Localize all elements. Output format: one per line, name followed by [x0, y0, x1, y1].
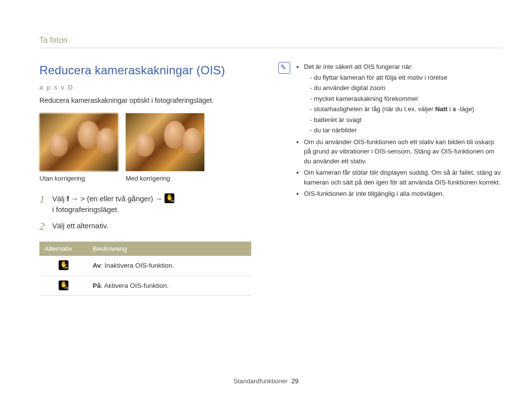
- options-table: Alternativ Beskrivning Av: Inaktivera OI…: [39, 242, 251, 296]
- table-header-description: Beskrivning: [88, 242, 251, 256]
- note-subitem: du tar närbilder: [310, 125, 502, 135]
- step-number-1: 1: [39, 193, 52, 215]
- intro-text: Reducera kameraskakningar optiskt i foto…: [39, 95, 256, 105]
- step-2-text: Välj ett alternativ.: [52, 220, 108, 232]
- note-subitem: batteriet är svagt: [310, 115, 502, 125]
- table-row: På: Aktivera OIS-funktion.: [39, 276, 251, 296]
- note-item: Om kameran får stötar blir displayen sud…: [304, 168, 502, 187]
- example-image-without-correction: [39, 113, 118, 171]
- table-header-option: Alternativ: [39, 242, 88, 256]
- breadcrumb: Ta foton: [39, 34, 502, 48]
- page-number: 29: [292, 377, 299, 385]
- note-icon: [278, 62, 290, 74]
- ois-icon: [165, 193, 174, 203]
- note-subitem: du flyttar kameran för att följa ett mot…: [310, 73, 502, 83]
- step-1-text: Välj f → > (en eller två gånger) → i fot…: [52, 193, 174, 215]
- step-number-2: 2: [39, 220, 52, 232]
- note-subitem: du använder digital zoom: [310, 83, 502, 93]
- table-row: Av: Inaktivera OIS-funktion.: [39, 256, 251, 276]
- ois-off-icon: [59, 260, 68, 270]
- note-item: Om du använder OIS-funktionen och ett st…: [304, 137, 502, 166]
- note-item: OIS-funktionen är inte tillgänglig i all…: [304, 189, 502, 199]
- mode-indicators: a p s v D: [39, 83, 256, 93]
- note-box: Det är inte säkert att OIS fungerar när:…: [278, 62, 502, 201]
- ois-on-icon: [59, 280, 68, 290]
- section-title: Reducera kameraskakningar (OIS): [39, 62, 256, 79]
- note-subitem: mycket kameraskakning förekommer: [310, 94, 502, 104]
- note-subitem: slutarhastigheten är låg (när du t.ex. v…: [310, 104, 502, 114]
- example-image-with-correction: [126, 113, 204, 171]
- caption-without: Utan korrigering: [39, 174, 118, 184]
- page-footer: Standardfunktioner 29: [0, 377, 532, 386]
- note-item: Det är inte säkert att OIS fungerar när:…: [304, 62, 502, 135]
- caption-with: Med korrigering: [126, 174, 204, 184]
